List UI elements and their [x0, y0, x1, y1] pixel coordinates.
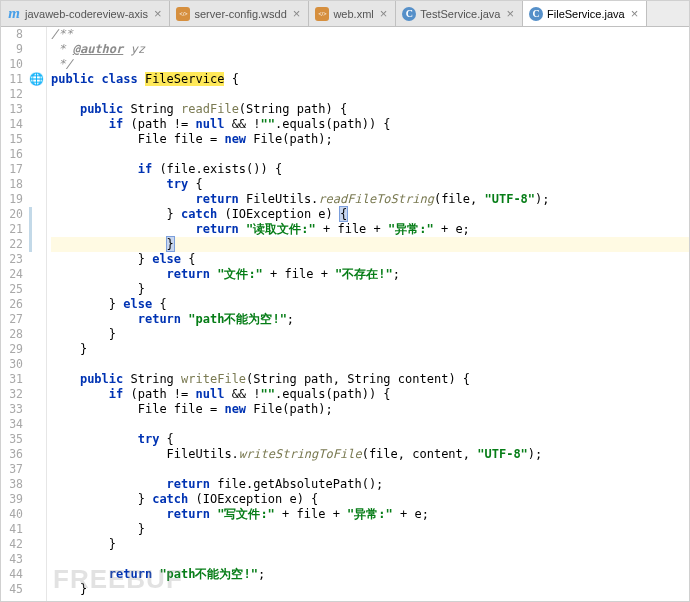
token: String	[130, 372, 181, 386]
line-number: 31	[1, 372, 23, 387]
code-line[interactable]: }	[51, 582, 689, 597]
code-line[interactable]: FileUtils.writeStringToFile(file, conten…	[51, 447, 689, 462]
token: "读取文件:"	[246, 222, 316, 236]
token: return	[196, 192, 247, 206]
token: .equals(path)) {	[275, 117, 391, 131]
line-number: 12	[1, 87, 23, 102]
close-icon[interactable]: ×	[629, 6, 641, 21]
code-line[interactable]: return "path不能为空!";	[51, 312, 689, 327]
code-line[interactable]: public String writeFile(String path, Str…	[51, 372, 689, 387]
class-icon: C	[529, 7, 543, 21]
gutter-icons: 🌐	[29, 27, 47, 601]
token: return	[138, 312, 189, 326]
token: + file +	[263, 267, 335, 281]
tab-server-config-wsdd[interactable]: </>server-config.wsdd×	[170, 1, 309, 26]
token: }	[80, 582, 87, 596]
change-marker	[29, 237, 32, 252]
code-line[interactable]: } catch (IOException e) {	[51, 492, 689, 507]
token: FileUtils.	[167, 447, 239, 461]
line-number: 37	[1, 462, 23, 477]
code-line[interactable]: if (path != null && !"".equals(path)) {	[51, 387, 689, 402]
token: null	[196, 387, 232, 401]
token: ""	[261, 117, 275, 131]
line-number: 36	[1, 447, 23, 462]
tab-web-xml[interactable]: </>web.xml×	[309, 1, 396, 26]
code-line[interactable]: }	[51, 237, 689, 252]
line-number: 24	[1, 267, 23, 282]
code-line[interactable]: return "写文件:" + file + "异常:" + e;	[51, 507, 689, 522]
code-line[interactable]: return file.getAbsolutePath();	[51, 477, 689, 492]
close-icon[interactable]: ×	[152, 6, 164, 21]
token: }	[138, 252, 152, 266]
tab-label: javaweb-codereview-axis	[25, 8, 148, 20]
file-icon: </>	[315, 7, 329, 21]
line-number: 18	[1, 177, 23, 192]
code-line[interactable]: } catch (IOException e) {	[51, 207, 689, 222]
token: {	[167, 432, 174, 446]
token: return	[109, 567, 160, 581]
code-line[interactable]	[51, 357, 689, 372]
token: {	[196, 177, 203, 191]
token: .equals(path)) {	[275, 387, 391, 401]
code-line[interactable]: }	[51, 282, 689, 297]
tab-fileservice-java[interactable]: CFileService.java×	[523, 1, 647, 26]
line-number: 21	[1, 222, 23, 237]
code-line[interactable]: }	[51, 522, 689, 537]
close-icon[interactable]: ×	[291, 6, 303, 21]
code-line[interactable]: return "文件:" + file + "不存在!";	[51, 267, 689, 282]
token: {	[224, 72, 238, 86]
token: file.getAbsolutePath();	[217, 477, 383, 491]
token: "异常:"	[347, 507, 393, 521]
code-line[interactable]: return FileUtils.readFileToString(file, …	[51, 192, 689, 207]
token: return	[167, 507, 218, 521]
code-line[interactable]	[51, 147, 689, 162]
line-number: 38	[1, 477, 23, 492]
code-line[interactable]: File file = new File(path);	[51, 132, 689, 147]
code-line[interactable]	[51, 462, 689, 477]
token: );	[535, 192, 549, 206]
token: return	[167, 267, 218, 281]
close-icon[interactable]: ×	[504, 6, 516, 21]
code-line[interactable]: return "读取文件:" + file + "异常:" + e;	[51, 222, 689, 237]
code-line[interactable]: public String readFile(String path) {	[51, 102, 689, 117]
close-icon[interactable]: ×	[378, 6, 390, 21]
code-line[interactable]	[51, 87, 689, 102]
code-line[interactable]: * @author yz	[51, 42, 689, 57]
code-line[interactable]: if (file.exists()) {	[51, 162, 689, 177]
code-line[interactable]: public class FileService {	[51, 72, 689, 87]
gutter-cell	[29, 567, 46, 582]
code-line[interactable]: try {	[51, 432, 689, 447]
code-line[interactable]: }	[51, 537, 689, 552]
code-line[interactable]: return "path不能为空!";	[51, 567, 689, 582]
tab-testservice-java[interactable]: CTestService.java×	[396, 1, 523, 26]
gutter-cell	[29, 582, 46, 597]
token: (path !=	[130, 117, 195, 131]
line-number: 11	[1, 72, 23, 87]
code-line[interactable]: /**	[51, 27, 689, 42]
tab-javaweb-codereview-axis[interactable]: mjavaweb-codereview-axis×	[1, 1, 170, 26]
token: (path !=	[130, 387, 195, 401]
code-area[interactable]: FREEBUF /** * @author yz */public class …	[47, 27, 689, 601]
gutter-cell	[29, 222, 46, 237]
token: */	[51, 57, 73, 71]
code-line[interactable]: */	[51, 57, 689, 72]
token: && !	[232, 117, 261, 131]
line-number: 27	[1, 312, 23, 327]
code-line[interactable]	[51, 417, 689, 432]
code-line[interactable]	[51, 552, 689, 567]
code-line[interactable]: try {	[51, 177, 689, 192]
code-line[interactable]: } else {	[51, 297, 689, 312]
globe-icon: 🌐	[29, 72, 44, 86]
code-line[interactable]: if (path != null && !"".equals(path)) {	[51, 117, 689, 132]
code-line[interactable]: }	[51, 327, 689, 342]
line-number: 13	[1, 102, 23, 117]
code-line[interactable]: }	[51, 342, 689, 357]
token: String	[130, 102, 181, 116]
line-number: 10	[1, 57, 23, 72]
token: new	[224, 132, 253, 146]
token: (file,	[434, 192, 485, 206]
code-line[interactable]: } else {	[51, 252, 689, 267]
code-line[interactable]: File file = new File(path);	[51, 402, 689, 417]
gutter-cell	[29, 462, 46, 477]
token: }	[109, 537, 116, 551]
